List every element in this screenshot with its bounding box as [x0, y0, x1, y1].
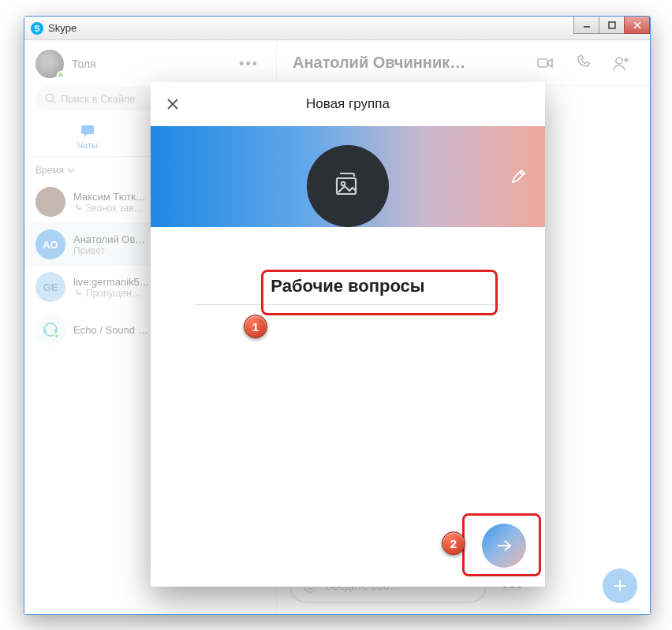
skype-logo-icon: S [31, 22, 43, 35]
contact-subtext: Пропущен… [73, 288, 150, 299]
contact-name: Анатолий Ов… [73, 233, 145, 245]
headset-icon [42, 321, 59, 338]
contact-avatar [35, 187, 65, 217]
tab-chats-label: Чаты [77, 140, 98, 150]
edit-hero-button[interactable] [506, 164, 531, 189]
chevron-down-icon [67, 166, 75, 174]
svg-rect-12 [538, 59, 547, 67]
own-username[interactable]: Толя [72, 58, 233, 70]
contact-subtext: Привет [73, 245, 145, 256]
group-avatar-placeholder[interactable] [307, 145, 389, 227]
modal-title: Новая группа [306, 96, 390, 112]
window-title: Skype [48, 22, 77, 34]
presence-dot-icon [57, 71, 65, 79]
phone-icon [574, 54, 592, 72]
contact-name: live:germanik5… [73, 276, 150, 288]
phone-icon [73, 203, 83, 213]
close-icon [166, 98, 179, 110]
svg-point-25 [342, 182, 345, 186]
window-close-button[interactable] [624, 17, 650, 34]
svg-rect-6 [81, 125, 94, 134]
svg-point-14 [616, 58, 622, 64]
svg-rect-1 [609, 22, 615, 28]
video-icon [536, 54, 554, 73]
group-name-field-wrap [151, 270, 545, 305]
svg-point-11 [54, 334, 59, 338]
svg-marker-7 [84, 133, 88, 137]
sidebar-header: Толя ••• [24, 40, 276, 86]
image-icon [330, 169, 365, 203]
add-participant-button[interactable] [606, 48, 636, 78]
section-header-label: Время [35, 165, 64, 176]
own-avatar[interactable] [35, 50, 64, 78]
new-chat-button[interactable] [603, 568, 637, 603]
search-placeholder: Поиск в Скайпе [61, 93, 135, 105]
tab-chats[interactable]: Чаты [24, 119, 151, 156]
phone-icon [73, 289, 83, 298]
window-minimize-button[interactable] [573, 17, 599, 34]
contact-avatar [35, 315, 65, 345]
conversation-header: Анатолий Овчинник… [277, 40, 650, 86]
svg-rect-10 [54, 329, 58, 334]
add-user-icon [611, 54, 630, 73]
svg-marker-13 [548, 59, 552, 67]
search-icon [45, 93, 56, 104]
window-maximize-button[interactable] [599, 17, 625, 34]
pencil-icon [510, 169, 526, 185]
contact-avatar: АО [35, 229, 65, 259]
svg-point-4 [47, 95, 54, 102]
svg-line-5 [53, 101, 56, 104]
chat-icon [79, 124, 96, 138]
titlebar: S Skype [24, 17, 650, 40]
contact-subtext: Звонок зав… [73, 203, 146, 214]
modal-footer [151, 524, 545, 587]
sidebar-more-button[interactable]: ••• [233, 53, 265, 76]
arrow-right-icon [495, 536, 513, 555]
modal-next-button[interactable] [482, 524, 526, 568]
contact-avatar: GE [35, 272, 65, 302]
contact-name: Максим Тютк… [73, 191, 146, 203]
modal-header: Новая группа [151, 82, 545, 126]
svg-rect-9 [43, 329, 47, 334]
conversation-title[interactable]: Анатолий Овчинник… [293, 54, 522, 72]
audio-call-button[interactable] [568, 48, 598, 78]
plus-icon [612, 578, 628, 594]
video-call-button[interactable] [530, 48, 560, 78]
modal-hero [151, 126, 545, 227]
app-window: S Skype Толя ••• [24, 16, 651, 615]
modal-close-button[interactable] [162, 93, 184, 115]
contact-name: Echo / Sound … [73, 324, 148, 336]
new-group-modal: Новая группа [151, 82, 545, 587]
group-name-input[interactable] [195, 270, 501, 305]
